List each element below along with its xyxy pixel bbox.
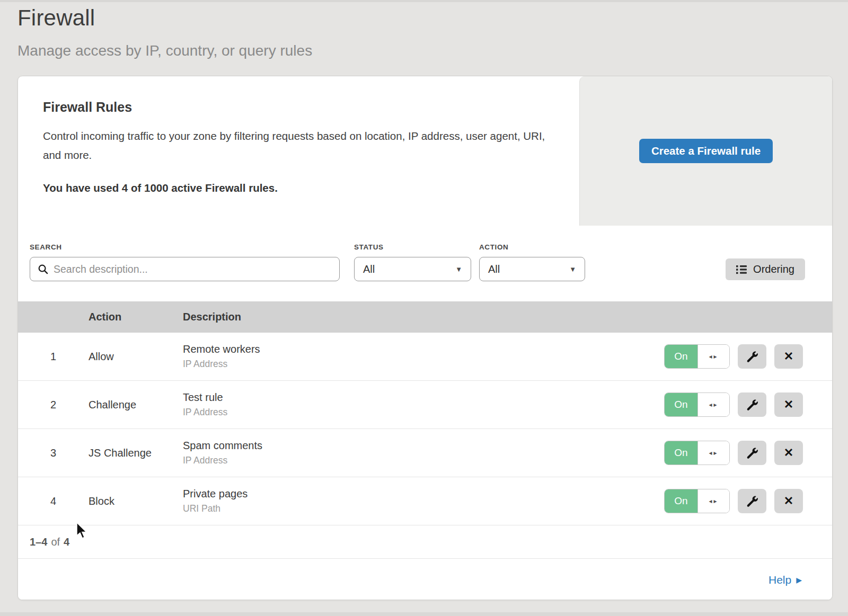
action-dropdown-value: All xyxy=(488,263,500,275)
edit-rule-button[interactable] xyxy=(738,441,766,465)
rules-table: Action Description 1 Allow Remote worker… xyxy=(18,301,832,600)
table-row: 3 JS Challenge Spam comments IP Address … xyxy=(18,429,832,477)
toggle-on-label: On xyxy=(665,393,697,416)
rule-match-type: IP Address xyxy=(183,455,664,466)
rule-description-cell: Remote workers IP Address xyxy=(183,343,664,370)
rule-controls: On ◂▸ ✕ xyxy=(664,392,803,417)
rule-action: Challenge xyxy=(89,399,183,411)
toggle-on-label: On xyxy=(665,489,697,513)
rule-description: Remote workers xyxy=(183,343,664,355)
pagination-total: 4 xyxy=(64,536,69,548)
rule-match-type: IP Address xyxy=(183,359,664,370)
chevron-down-icon: ▼ xyxy=(455,265,462,273)
intro-section: Firewall Rules Control incoming traffic … xyxy=(18,76,832,226)
delete-rule-button[interactable]: ✕ xyxy=(774,489,803,513)
ordered-list-icon xyxy=(736,265,748,274)
table-row: 1 Allow Remote workers IP Address On ◂▸ … xyxy=(18,333,832,381)
pagination-of: of xyxy=(51,536,60,548)
table-header-row: Action Description xyxy=(18,301,832,333)
edit-rule-button[interactable] xyxy=(738,344,766,369)
action-label: ACTION xyxy=(479,243,508,251)
status-dropdown[interactable]: All ▼ xyxy=(354,257,471,281)
toggle-on-label: On xyxy=(665,345,697,368)
rule-description: Spam comments xyxy=(183,440,664,452)
rule-enabled-toggle[interactable]: On ◂▸ xyxy=(664,392,730,417)
rule-controls: On ◂▸ ✕ xyxy=(664,344,803,369)
search-icon xyxy=(38,264,49,275)
rule-controls: On ◂▸ ✕ xyxy=(664,489,803,513)
page-subtitle: Manage access by IP, country, or query r… xyxy=(17,42,312,59)
rule-enabled-toggle[interactable]: On ◂▸ xyxy=(664,441,730,465)
ordering-button-label: Ordering xyxy=(753,263,794,275)
toggle-on-label: On xyxy=(665,441,697,465)
help-link-label: Help xyxy=(768,574,791,586)
delete-rule-button[interactable]: ✕ xyxy=(774,392,803,417)
card-title: Firewall Rules xyxy=(43,100,558,115)
window-bottom-edge xyxy=(0,612,848,616)
search-input[interactable] xyxy=(54,263,333,275)
rule-description: Test rule xyxy=(183,391,664,404)
close-icon: ✕ xyxy=(784,494,793,508)
rule-priority: 3 xyxy=(18,447,89,459)
rule-action: Block xyxy=(89,495,183,507)
edit-rule-button[interactable] xyxy=(738,489,766,513)
action-column-header: Action xyxy=(89,311,183,323)
firewall-rules-card: Firewall Rules Control incoming traffic … xyxy=(17,76,833,600)
toggle-arrows-icon: ◂▸ xyxy=(697,441,729,465)
create-rule-panel: Create a Firewall rule xyxy=(579,76,832,226)
rule-priority: 1 xyxy=(18,351,89,363)
page-header: Firewall Manage access by IP, country, o… xyxy=(17,5,312,59)
wrench-icon xyxy=(747,448,758,459)
rule-match-type: URI Path xyxy=(183,503,664,514)
rule-priority: 2 xyxy=(18,399,89,411)
help-row: Help ▶ xyxy=(18,559,832,600)
delete-rule-button[interactable]: ✕ xyxy=(774,344,803,369)
toggle-arrows-icon: ◂▸ xyxy=(697,345,729,368)
help-link[interactable]: Help ▶ xyxy=(768,574,802,586)
rule-description: Private pages xyxy=(183,488,664,500)
status-dropdown-value: All xyxy=(363,263,375,275)
delete-rule-button[interactable]: ✕ xyxy=(774,441,803,465)
arrow-right-icon: ▶ xyxy=(796,576,802,584)
rule-enabled-toggle[interactable]: On ◂▸ xyxy=(664,489,730,513)
description-column-header: Description xyxy=(183,311,832,323)
pagination-range: 1–4 xyxy=(30,536,47,548)
rule-description-cell: Private pages URI Path xyxy=(183,488,664,514)
rules-usage-text: You have used 4 of 1000 active Firewall … xyxy=(43,182,558,194)
create-firewall-rule-button[interactable]: Create a Firewall rule xyxy=(639,139,773,163)
rule-action: Allow xyxy=(89,351,183,363)
wrench-icon xyxy=(747,496,758,507)
rule-description-cell: Test rule IP Address xyxy=(183,391,664,418)
rule-action: JS Challenge xyxy=(89,447,183,459)
window-top-edge xyxy=(0,0,848,2)
rule-priority: 4 xyxy=(18,495,89,507)
search-label: SEARCH xyxy=(30,243,62,251)
rule-controls: On ◂▸ ✕ xyxy=(664,441,803,465)
rule-description-cell: Spam comments IP Address xyxy=(183,440,664,466)
pagination: 1–4 of 4 xyxy=(18,525,832,559)
table-row: 2 Challenge Test rule IP Address On ◂▸ ✕ xyxy=(18,381,832,429)
toggle-arrows-icon: ◂▸ xyxy=(697,489,729,513)
filter-bar: SEARCH STATUS All ▼ ACTION All ▼ xyxy=(18,226,832,301)
close-icon: ✕ xyxy=(784,446,793,460)
close-icon: ✕ xyxy=(784,398,793,412)
wrench-icon xyxy=(747,399,758,410)
edit-rule-button[interactable] xyxy=(738,392,766,417)
page-title: Firewall xyxy=(17,5,312,31)
card-description: Control incoming traffic to your zone by… xyxy=(43,127,546,165)
toggle-arrows-icon: ◂▸ xyxy=(697,393,729,416)
status-label: STATUS xyxy=(354,243,384,251)
table-row: 4 Block Private pages URI Path On ◂▸ ✕ xyxy=(18,477,832,525)
action-dropdown[interactable]: All ▼ xyxy=(479,257,585,281)
ordering-button[interactable]: Ordering xyxy=(726,258,805,280)
rule-match-type: IP Address xyxy=(183,407,664,418)
wrench-icon xyxy=(747,351,758,362)
chevron-down-icon: ▼ xyxy=(569,265,576,273)
close-icon: ✕ xyxy=(784,350,793,363)
search-field[interactable] xyxy=(30,257,340,281)
intro-text-panel: Firewall Rules Control incoming traffic … xyxy=(18,76,579,226)
rule-enabled-toggle[interactable]: On ◂▸ xyxy=(664,344,730,369)
